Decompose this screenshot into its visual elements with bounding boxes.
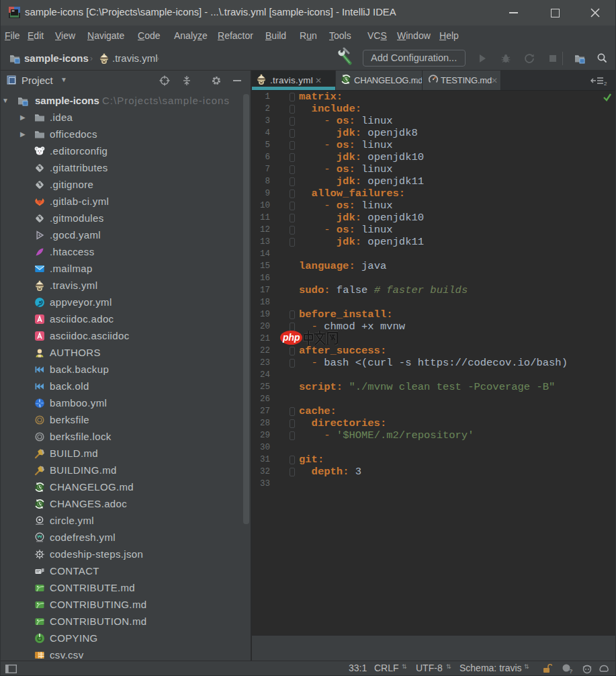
svg-text:?: ?: [569, 668, 573, 674]
svg-text:2: 2: [604, 81, 607, 86]
